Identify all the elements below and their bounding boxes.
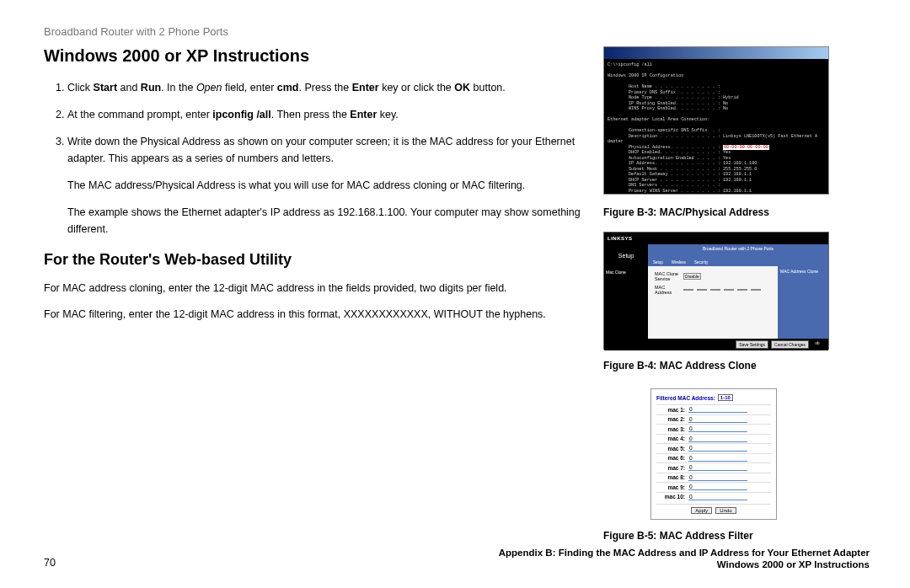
t: Host Name . . . . . . . . . . . . : xyxy=(608,84,720,89)
mac-filter-row: mac 6:0 xyxy=(656,453,771,462)
instruction-1: Click Start and Run. In the Open field, … xyxy=(67,79,583,96)
t: Ethernet adapter Local Area Connection: xyxy=(608,117,709,122)
terminal-titlebar xyxy=(604,47,828,59)
section-title-1: Windows 2000 or XP Instructions xyxy=(44,46,583,66)
left-column: Windows 2000 or XP Instructions Click St… xyxy=(44,46,583,553)
router-bottom: Save Settings Cancel Changes ıılı xyxy=(604,339,828,350)
mac-filter-row: mac 9:0 xyxy=(656,482,771,490)
text-bold: ipconfig /all xyxy=(212,109,270,120)
text-bold: cmd xyxy=(277,82,299,94)
text-bold: Start xyxy=(94,82,117,94)
cancel-changes-button: Cancel Changes xyxy=(771,340,809,349)
router-tab: Setup xyxy=(650,259,666,265)
mac-filter-label: mac 3: xyxy=(656,426,688,432)
text: and xyxy=(117,82,141,94)
text-bold: Run xyxy=(141,82,161,94)
router-sidebar: Mac Clone xyxy=(604,266,648,339)
t: Description . . . . . . . . . . . : Link… xyxy=(608,134,817,139)
linksys-logo: LINKSYS xyxy=(608,236,633,241)
undo-button: Undo xyxy=(715,507,736,514)
mac-filter-row: mac 5:0 xyxy=(656,443,771,452)
router-banner-title: Broadband Router with 2 Phone Ports xyxy=(648,244,828,251)
text: . In the xyxy=(161,82,196,94)
router-row-service: MAC Clone Service Disable xyxy=(655,271,771,281)
text-sub1: The MAC address/Physical Address is what… xyxy=(67,177,583,194)
mac-input xyxy=(710,289,720,291)
mac-filter-label: mac 6: xyxy=(656,455,688,461)
text-bold: Enter xyxy=(350,109,377,120)
instructions-list: Click Start and Run. In the Open field, … xyxy=(44,79,583,238)
router-banner: Setup Broadband Router with 2 Phone Port… xyxy=(604,244,828,266)
mac-filter-row: mac 10:0 xyxy=(656,492,771,500)
text: . Press the xyxy=(299,82,352,94)
mac-filter-label: mac 10: xyxy=(656,494,688,500)
t: Autoconfiguration Enabled . . . . : Yes xyxy=(608,156,731,161)
t: IP Routing Enabled. . . . . . . . : No xyxy=(608,101,728,106)
text: key. xyxy=(377,109,398,120)
mac-input xyxy=(697,289,707,291)
mac-filter-row: mac 1:0 xyxy=(656,404,771,413)
figure-b3-terminal: C:\>ipconfig /all Windows 2000 IP Config… xyxy=(603,46,829,195)
mac-filter-row: mac 2:0 xyxy=(656,414,771,423)
mac-filter-input: 0 xyxy=(688,494,747,500)
t: Default Gateway . . . . . . . . . : 192.… xyxy=(608,172,752,177)
header-text: Broadband Router with 2 Phone Ports xyxy=(44,25,870,38)
router-main: MAC Clone Service Disable MAC Address xyxy=(648,266,778,339)
text: key or click the xyxy=(379,82,455,94)
mac-filter-input: 0 xyxy=(688,416,747,423)
t: Connection-specific DNS Suffix . : xyxy=(608,128,720,133)
mac-filter-label: mac 7: xyxy=(656,465,688,471)
mac-filter-input: 0 xyxy=(688,455,747,462)
mac-filter-label: mac 8: xyxy=(656,474,688,480)
cisco-icon: ıılı xyxy=(811,340,823,349)
mac-filter-input: 0 xyxy=(688,406,747,413)
router-tab: Security xyxy=(691,259,711,265)
mac-input xyxy=(724,289,734,291)
text-sub2: The example shows the Ethernet adapter's… xyxy=(67,204,583,238)
t: Primary WINS Server . . . . . . . : 192.… xyxy=(608,189,752,194)
mac-filter-input: 0 xyxy=(688,445,747,452)
instruction-3: Write down the Physical Address as shown… xyxy=(67,133,583,238)
footer-section: Windows 2000 or XP Instructions xyxy=(499,559,870,569)
mac-filter-label: mac 4: xyxy=(656,436,688,441)
mac-input xyxy=(737,289,747,291)
body-text-2: For MAC filtering, enter the 12-digit MA… xyxy=(44,307,583,323)
router-content: Mac Clone MAC Clone Service Disable MAC … xyxy=(604,266,828,339)
mac-highlight: 00-00-00-00-00-00 xyxy=(723,145,769,150)
t: Node Type . . . . . . . . . . . . : Hybr… xyxy=(608,95,739,100)
text: button. xyxy=(470,82,506,94)
main-layout: Windows 2000 or XP Instructions Click St… xyxy=(44,46,870,553)
section-title-2: For the Router's Web-based Utility xyxy=(44,251,583,269)
router-topbar: LINKSYS xyxy=(604,233,828,244)
text: Click xyxy=(67,82,94,94)
text: At the command prompt, enter xyxy=(67,109,212,120)
t: Physical Address. . . . . . . . . : xyxy=(608,145,723,150)
mac-filter-row: mac 3:0 xyxy=(656,424,771,432)
mac-input xyxy=(683,289,693,291)
mac-input xyxy=(751,289,761,291)
mac-filter-input: 0 xyxy=(688,484,747,490)
t: DNS Servers . . . . . . . . . . . : xyxy=(608,183,720,188)
router-row-mac: MAC Address xyxy=(655,285,771,295)
t: WINS Proxy Enabled. . . . . . . . : No xyxy=(608,106,728,111)
mac-filter-label: mac 2: xyxy=(656,416,688,422)
figure-b5-caption: Figure B-5: MAC Address Filter xyxy=(603,530,753,542)
figure-b5-mac-filter: Filtered MAC Address: 1-10 mac 1:0mac 2:… xyxy=(650,388,777,520)
t: IP Address. . . . . . . . . . . . : 192.… xyxy=(608,161,757,166)
mac-filter-label: mac 5: xyxy=(656,446,688,452)
save-settings-button: Save Settings xyxy=(736,340,768,349)
mac-filter-range-select: 1-10 xyxy=(718,394,733,401)
text-italic: Open xyxy=(196,82,222,94)
figure-b3-caption: Figure B-3: MAC/Physical Address xyxy=(603,206,769,218)
text-bold: OK xyxy=(454,82,470,94)
footer: 70 Appendix B: Finding the MAC Address a… xyxy=(44,554,870,569)
router-select: Disable xyxy=(683,273,701,280)
text: . Then press the xyxy=(271,109,351,120)
router-help-panel: MAC Address Clone xyxy=(778,266,828,339)
router-banner-right: Broadband Router with 2 Phone Ports Setu… xyxy=(648,244,828,266)
router-tab: Wireless xyxy=(668,259,689,265)
page-number: 70 xyxy=(44,557,56,569)
text: field, enter xyxy=(222,82,276,94)
mac-filter-label: mac 9: xyxy=(656,484,688,490)
text: Write down the Physical Address as shown… xyxy=(67,136,575,164)
